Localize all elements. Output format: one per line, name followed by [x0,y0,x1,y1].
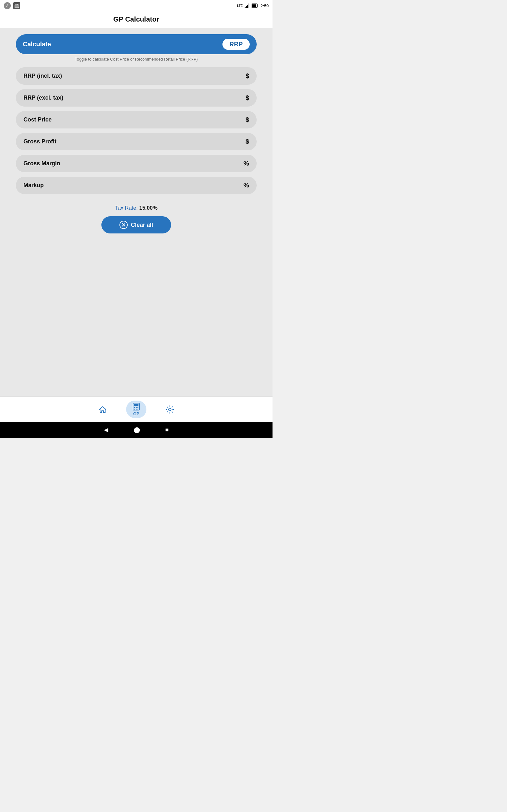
tax-rate-row: Tax Rate: 15.00% [16,205,257,211]
tax-rate-value: 15.00% [139,205,158,211]
app-icon-briefcase [13,2,20,9]
field-markup[interactable]: Markup % [16,177,257,194]
svg-point-18 [169,408,171,411]
toggle-hint: Toggle to calculate Cost Price or Recomm… [16,57,257,61]
field-gross-margin[interactable]: Gross Margin % [16,155,257,172]
svg-rect-9 [258,5,258,7]
signal-icon [245,3,250,8]
svg-point-17 [137,409,138,410]
tax-rate-label: Tax Rate: [115,205,138,211]
toggle-mode-label: RRP [222,39,250,50]
svg-point-14 [137,407,138,408]
clear-all-button[interactable]: ✕ Clear all [101,216,171,234]
field-cost-price-label: Cost Price [23,116,52,123]
svg-point-12 [134,407,135,408]
field-gross-profit-unit: $ [245,138,249,145]
status-right: LTE 2:59 [237,3,269,8]
settings-icon [165,405,174,414]
field-gross-margin-label: Gross Margin [23,160,60,167]
svg-rect-4 [246,6,247,8]
field-rrp-incl-tax-unit: $ [245,72,249,80]
toggle-row[interactable]: Calculate RRP [16,34,257,54]
bottom-nav: GP [0,397,273,422]
field-rrp-excl-tax-unit: $ [245,94,249,101]
main-content: Calculate RRP Toggle to calculate Cost P… [0,28,273,397]
app-icon-a: A [4,2,11,9]
lte-badge: LTE [237,4,243,8]
svg-point-16 [136,409,137,410]
status-bar: A LTE 2:59 [0,0,273,11]
calculator-icon [132,403,141,411]
field-cost-price-unit: $ [245,116,249,123]
home-button[interactable]: ⬤ [134,426,140,433]
field-rrp-incl-tax-label: RRP (incl. tax) [23,72,62,79]
status-time: 2:59 [261,3,269,8]
nav-home[interactable] [98,405,107,414]
svg-rect-6 [248,3,249,8]
field-markup-label: Markup [23,182,44,189]
toggle-calculate-label: Calculate [23,41,51,48]
svg-rect-3 [245,7,245,8]
field-gross-profit[interactable]: Gross Profit $ [16,133,257,150]
field-rrp-excl-tax[interactable]: RRP (excl. tax) $ [16,89,257,107]
android-nav: ◀ ⬤ ■ [0,422,273,438]
svg-point-13 [136,407,137,408]
field-cost-price[interactable]: Cost Price $ [16,111,257,129]
svg-point-15 [134,409,135,410]
home-icon [98,405,107,414]
svg-rect-8 [252,4,256,7]
app-title-bar: GP Calculator [0,11,273,28]
svg-rect-11 [134,404,138,406]
clear-all-label: Clear all [131,222,153,229]
nav-gp[interactable]: GP [126,401,147,418]
field-gross-profit-label: Gross Profit [23,138,56,145]
app-title: GP Calculator [0,15,273,23]
field-rrp-incl-tax[interactable]: RRP (incl. tax) $ [16,67,257,85]
nav-settings[interactable] [165,405,174,414]
svg-rect-5 [247,5,248,8]
battery-icon [251,3,259,8]
clear-icon: ✕ [119,221,128,229]
nav-gp-label: GP [133,411,139,416]
field-markup-unit: % [243,182,249,189]
back-button[interactable]: ◀ [104,426,108,433]
field-gross-margin-unit: % [243,160,249,167]
status-left: A [4,2,20,9]
recents-button[interactable]: ■ [165,426,169,433]
svg-rect-1 [14,5,19,8]
field-rrp-excl-tax-label: RRP (excl. tax) [23,95,63,101]
